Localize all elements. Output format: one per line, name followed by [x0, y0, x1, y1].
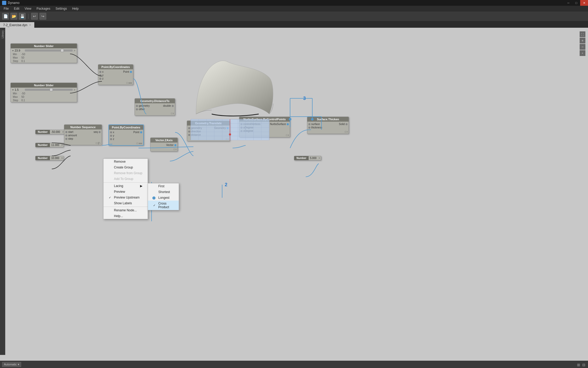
menu-edit[interactable]: Edit: [11, 6, 22, 11]
tab-exercise[interactable]: 7-2_Exercise.dyn ✕: [0, 22, 34, 28]
minimize-button[interactable]: ─: [564, 0, 572, 6]
bottom-icons: ⊞ ⊟: [577, 363, 585, 367]
status-bar: Automatic ▾ ⊞ ⊟: [0, 361, 588, 368]
port-step-dot: [65, 138, 67, 140]
point-coords-2-outputs: Point: [115, 131, 142, 140]
point-coords-1-outputs: Point: [105, 70, 132, 80]
context-create-group[interactable]: Create Group: [103, 165, 148, 170]
slider-1-max-row: Max 50: [11, 56, 77, 59]
port-solid: Solid: [339, 123, 348, 126]
port-x2-dot: [110, 131, 112, 133]
context-rename[interactable]: Rename Node...: [103, 207, 148, 213]
number-1-label: Number: [36, 130, 50, 134]
new-button[interactable]: 📄: [2, 13, 9, 20]
context-lacing[interactable]: Lacing ▶ First Shortest Longest ✓: [103, 183, 148, 189]
slider-2-row[interactable]: ▾ 1.5 >: [11, 88, 77, 92]
close-button[interactable]: ✕: [580, 0, 588, 6]
slider-1-min-row: Min -50: [11, 53, 77, 56]
number-sequence-outputs: seq: [78, 131, 101, 140]
zoom-fit-button[interactable]: ⛶: [580, 31, 585, 37]
wires-layer: [5, 28, 588, 355]
port-point2: Point: [133, 131, 142, 134]
context-remove[interactable]: Remove: [103, 159, 148, 165]
dropdown-arrow-icon: ▾: [18, 363, 19, 366]
zoom-out-button[interactable]: −: [580, 44, 585, 50]
port-other: other: [136, 108, 150, 111]
slider-1-track[interactable]: [25, 49, 73, 52]
point-coords-2-header: Point.ByCoordinates: [109, 125, 143, 130]
port-vector: Vector: [166, 144, 176, 146]
port-surface-dot: [308, 123, 310, 125]
port-seq: seq: [94, 131, 101, 133]
slider-2-max-row: Max 50: [11, 95, 77, 99]
surface-thicken-header: Surface.Thicken: [307, 117, 349, 122]
canvas[interactable]: Number Slider ▾ 23.9 > Min -50 Max 50 St…: [5, 28, 588, 355]
number-5-arrow[interactable]: >: [318, 156, 321, 160]
save-button[interactable]: 💾: [19, 13, 26, 20]
lacing-first[interactable]: First: [148, 183, 179, 189]
geometry-distance-inputs: geometry other: [136, 104, 150, 111]
slider-1-up-arrow[interactable]: >: [74, 49, 75, 52]
menu-help[interactable]: Help: [70, 6, 81, 11]
library-label[interactable]: Library: [1, 30, 4, 38]
slider-2-track[interactable]: [25, 89, 73, 91]
slider-1-value: 23.9: [15, 49, 24, 52]
slider-1-row[interactable]: ▾ 23.9 >: [11, 48, 77, 53]
port-nurbs-out-dot: [287, 123, 289, 125]
zoom-reset-button[interactable]: +: [580, 50, 585, 56]
context-preview[interactable]: Preview: [103, 189, 148, 195]
slider-2-thumb[interactable]: [50, 88, 53, 91]
run-mode-dropdown[interactable]: Automatic ▾: [2, 362, 21, 367]
redo-button[interactable]: ↪: [39, 13, 46, 20]
number-node-3: Number 10.000 >: [35, 156, 64, 160]
grid-icon[interactable]: ⊞: [577, 363, 580, 367]
lacing-cross-product[interactable]: ✓ Cross Product: [148, 201, 179, 210]
slider-2-header: Number Slider: [11, 83, 77, 88]
menu-packages[interactable]: Packages: [34, 6, 53, 11]
slider-2-up-arrow[interactable]: >: [74, 88, 75, 91]
canvas-label-3: 3: [303, 96, 306, 101]
open-button[interactable]: 📂: [10, 13, 17, 20]
vector-zaxis-header: Vector.ZAxis: [151, 138, 177, 143]
zoom-in-button[interactable]: +: [580, 38, 585, 43]
menu-view[interactable]: View: [22, 6, 34, 11]
number-node-1: Number -50.000 >: [35, 130, 65, 134]
port-z2: z: [110, 138, 114, 140]
canvas-label-2: 2: [225, 182, 227, 188]
number-2-label: Number: [36, 143, 50, 147]
slider-2-step-row: Step 0.1: [11, 99, 77, 102]
number-3-arrow[interactable]: >: [61, 156, 64, 160]
title-bar: Dynamo ─ □ ✕: [0, 0, 588, 6]
tab-close-icon[interactable]: ✕: [29, 24, 31, 26]
window-controls: ─ □ ✕: [564, 0, 588, 6]
port-solid-dot: [345, 123, 348, 125]
number-2-value: 11.000: [50, 143, 61, 147]
number-2-arrow[interactable]: >: [61, 143, 64, 147]
context-sep-1: [103, 182, 148, 183]
undo-button[interactable]: ↩: [31, 13, 38, 20]
port-x2: x: [110, 131, 114, 134]
port-point1-dot: [130, 71, 132, 73]
slider-2-down-arrow[interactable]: ▾: [12, 88, 14, 91]
vector-zaxis-node: Vector.ZAxis Vector □ I: [150, 138, 178, 151]
lacing-shortest[interactable]: Shortest: [148, 189, 179, 195]
context-preview-upstream[interactable]: ✓ Preview Upstream: [103, 195, 148, 200]
context-help[interactable]: Help...: [103, 213, 148, 219]
surface-thicken-outputs: Solid: [323, 123, 348, 129]
port-z2-dot: [110, 138, 112, 140]
maximize-button[interactable]: □: [572, 0, 580, 6]
slider-2-min-row: Min -50: [11, 92, 77, 95]
layout-icon[interactable]: ⊟: [582, 363, 585, 367]
context-show-labels[interactable]: Show Labels: [103, 200, 148, 206]
slider-1-thumb[interactable]: [61, 49, 64, 52]
menu-settings[interactable]: Settings: [53, 6, 70, 11]
port-thickness-dot: [308, 127, 310, 129]
surface-thicken-inputs: surface thickness: [308, 123, 322, 129]
tab-label: 7-2_Exercise.dyn: [3, 23, 27, 27]
number-5-value: 5.000: [309, 156, 318, 160]
context-remove-from-group: Remove from Group: [103, 170, 148, 176]
slider-1-down-arrow[interactable]: ▾: [12, 49, 14, 52]
menu-file[interactable]: File: [1, 6, 11, 11]
context-add-to-group: Add To Group: [103, 176, 148, 182]
port-start-dot: [65, 131, 67, 133]
